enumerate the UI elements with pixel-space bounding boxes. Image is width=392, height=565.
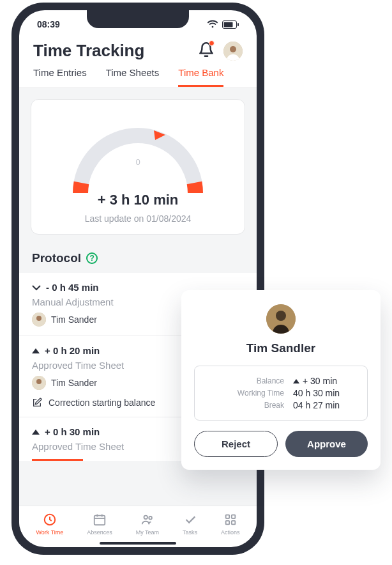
svg-rect-14: [225, 515, 229, 519]
profile-avatar[interactable]: [223, 42, 243, 61]
svg-point-12: [144, 516, 147, 520]
nav-work-time[interactable]: Work Time: [36, 513, 63, 536]
arrow-up-icon: [293, 379, 299, 383]
tab-time-sheets[interactable]: Time Sheets: [106, 67, 160, 87]
page-title: Time Tracking: [33, 41, 144, 61]
wifi-icon: [207, 20, 218, 29]
popup-stats: Balance + 30 min Working Time 40 h 30 mi…: [194, 366, 368, 421]
tab-time-entries[interactable]: Time Entries: [33, 67, 87, 87]
help-icon[interactable]: ?: [86, 252, 98, 264]
nav-label: Actions: [221, 529, 240, 536]
svg-marker-5: [154, 130, 165, 140]
stat-break-label: Break: [205, 401, 293, 410]
protocol-user: Tim Sander: [51, 378, 97, 388]
protocol-delta: - 0 h 45 min: [46, 282, 99, 293]
protocol-user: Tim Sander: [51, 314, 97, 325]
user-avatar-icon: [32, 376, 46, 390]
gauge-pointer-icon: [154, 130, 165, 143]
user-avatar-icon: [32, 313, 46, 327]
gauge-subtitle: Last update on 01/08/2024: [39, 213, 237, 224]
stat-balance-value: + 30 min: [303, 376, 337, 386]
bottom-nav: Work Time Absences My Team Tasks Actions: [19, 506, 257, 538]
svg-rect-17: [232, 521, 236, 525]
check-icon: [183, 513, 197, 527]
notch: [87, 10, 189, 28]
svg-rect-15: [232, 515, 236, 519]
nav-label: My Team: [136, 529, 159, 536]
popup-user-name: Tim Sandler: [194, 341, 368, 355]
svg-point-4: [230, 46, 236, 52]
svg-point-9: [36, 379, 41, 384]
grid-icon: [223, 513, 237, 527]
protocol-title: Protocol: [32, 251, 81, 265]
scroll-indicator: [32, 459, 83, 461]
stat-balance-label: Balance: [205, 376, 293, 385]
home-indicator[interactable]: [100, 542, 176, 545]
status-time: 08:39: [37, 19, 60, 29]
reject-button[interactable]: Reject: [194, 431, 278, 457]
nav-label: Work Time: [36, 529, 63, 536]
approve-button[interactable]: Approve: [285, 431, 368, 457]
arrow-up-icon: [32, 430, 40, 435]
protocol-delta: + 0 h 20 min: [45, 345, 100, 356]
arrow-up-icon: [32, 348, 40, 353]
nav-label: Absences: [87, 529, 112, 536]
svg-point-13: [149, 516, 152, 520]
edit-icon: [32, 398, 42, 408]
popup-avatar: [266, 304, 296, 334]
nav-actions[interactable]: Actions: [221, 513, 240, 536]
stat-working-label: Working Time: [205, 389, 293, 398]
nav-tasks[interactable]: Tasks: [183, 513, 197, 536]
battery-icon: [222, 20, 239, 29]
gauge-zero-label: 0: [135, 157, 140, 167]
notifications-button[interactable]: [198, 42, 215, 61]
team-icon: [140, 513, 155, 527]
svg-rect-16: [225, 521, 229, 525]
status-icons: [207, 20, 239, 29]
svg-rect-11: [94, 516, 105, 525]
nav-label: Tasks: [183, 529, 197, 536]
nav-absences[interactable]: Absences: [87, 513, 112, 536]
stat-break-value: 04 h 27 min: [293, 400, 340, 410]
nav-my-team[interactable]: My Team: [136, 513, 159, 536]
header: Time Tracking: [19, 33, 257, 67]
notification-dot-icon: [209, 40, 215, 46]
gauge-arc-icon: [58, 111, 218, 194]
protocol-correction: Correction starting balance: [49, 398, 155, 408]
phone-frame: 08:39 Time Tracking Time Entries Time Sh…: [11, 3, 264, 555]
approval-popup: Tim Sandler Balance + 30 min Working Tim…: [181, 290, 381, 470]
tab-time-bank[interactable]: Time Bank: [178, 67, 223, 87]
clock-icon: [43, 513, 57, 527]
stat-working-value: 40 h 30 min: [293, 388, 340, 398]
protocol-delta: + 0 h 30 min: [45, 426, 100, 437]
tabs: Time Entries Time Sheets Time Bank: [19, 67, 257, 88]
time-bank-gauge-card: 0 + 3 h 10 min Last update on 01/08/2024: [31, 99, 245, 235]
chevron-down-icon: [32, 282, 41, 293]
svg-rect-2: [237, 23, 239, 26]
svg-rect-1: [224, 22, 233, 27]
svg-point-19: [276, 311, 286, 321]
svg-point-7: [36, 316, 41, 321]
calendar-icon: [93, 513, 107, 527]
protocol-header: Protocol ?: [19, 242, 257, 273]
